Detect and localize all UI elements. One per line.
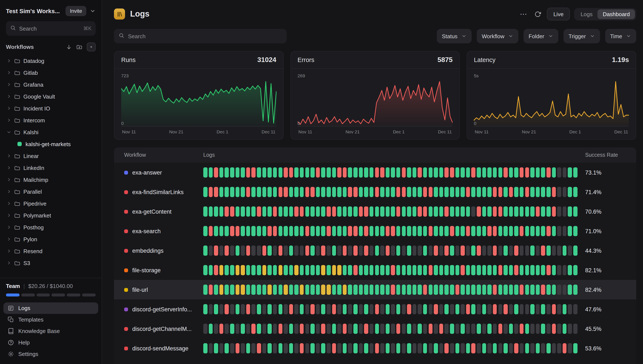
- log-cell[interactable]: [375, 187, 379, 197]
- log-cell[interactable]: [402, 167, 406, 178]
- log-cell[interactable]: [369, 246, 374, 256]
- log-cell[interactable]: [450, 265, 454, 275]
- log-cell[interactable]: [412, 324, 416, 334]
- log-cell[interactable]: [461, 206, 465, 216]
- log-cell[interactable]: [225, 246, 229, 256]
- log-cell[interactable]: [509, 324, 513, 334]
- log-cell[interactable]: [423, 343, 427, 354]
- log-cell[interactable]: [439, 206, 443, 216]
- log-cell[interactable]: [343, 324, 347, 334]
- log-cell[interactable]: [482, 226, 486, 236]
- table-row-exa-getcontent[interactable]: exa-getContent70.6%: [114, 202, 636, 221]
- sidebar-folder-mailchimp[interactable]: Mailchimp: [4, 174, 98, 186]
- log-cell[interactable]: [375, 167, 379, 178]
- log-cell[interactable]: [225, 265, 229, 275]
- log-cell[interactable]: [235, 343, 240, 354]
- log-cell[interactable]: [327, 324, 331, 334]
- log-cell[interactable]: [471, 265, 476, 275]
- log-cell[interactable]: [332, 343, 336, 354]
- log-cell[interactable]: [208, 265, 213, 275]
- log-cell[interactable]: [514, 284, 518, 295]
- log-cell[interactable]: [380, 187, 384, 197]
- log-cell[interactable]: [573, 226, 577, 236]
- log-cell[interactable]: [525, 206, 529, 216]
- log-cell[interactable]: [563, 265, 567, 275]
- log-cell[interactable]: [466, 343, 470, 354]
- log-cell[interactable]: [289, 187, 293, 197]
- log-cell[interactable]: [321, 304, 325, 314]
- log-cell[interactable]: [257, 324, 261, 334]
- log-cell[interactable]: [289, 284, 293, 295]
- log-cell[interactable]: [278, 265, 282, 275]
- log-cell[interactable]: [509, 187, 513, 197]
- log-cell[interactable]: [353, 284, 357, 295]
- log-cell[interactable]: [504, 206, 508, 216]
- log-cell[interactable]: [396, 343, 400, 354]
- log-cell[interactable]: [525, 343, 529, 354]
- log-cell[interactable]: [493, 265, 497, 275]
- log-cell[interactable]: [284, 265, 288, 275]
- log-cell[interactable]: [208, 284, 213, 295]
- log-cell[interactable]: [418, 343, 422, 354]
- log-cell[interactable]: [498, 265, 502, 275]
- log-cell[interactable]: [423, 167, 427, 178]
- log-cell[interactable]: [439, 187, 443, 197]
- log-cell[interactable]: [225, 187, 229, 197]
- log-cell[interactable]: [396, 284, 400, 295]
- log-cell[interactable]: [488, 167, 492, 178]
- log-cell[interactable]: [557, 304, 561, 314]
- log-cell[interactable]: [466, 187, 470, 197]
- log-cell[interactable]: [241, 226, 245, 236]
- log-cell[interactable]: [477, 324, 481, 334]
- log-cell[interactable]: [428, 226, 433, 236]
- log-cell[interactable]: [316, 265, 320, 275]
- log-cell[interactable]: [327, 265, 331, 275]
- log-cell[interactable]: [455, 265, 459, 275]
- log-cell[interactable]: [541, 304, 545, 314]
- log-cell[interactable]: [504, 226, 508, 236]
- log-cell[interactable]: [391, 246, 395, 256]
- log-cell[interactable]: [353, 324, 357, 334]
- log-cell[interactable]: [268, 226, 272, 236]
- log-cell[interactable]: [305, 265, 309, 275]
- log-cell[interactable]: [359, 206, 363, 216]
- log-cell[interactable]: [246, 226, 250, 236]
- log-cell[interactable]: [300, 206, 304, 216]
- log-cell[interactable]: [257, 246, 261, 256]
- log-cell[interactable]: [402, 246, 406, 256]
- log-cell[interactable]: [396, 246, 400, 256]
- log-cell[interactable]: [514, 265, 518, 275]
- log-cell[interactable]: [246, 343, 250, 354]
- log-cell[interactable]: [493, 226, 497, 236]
- log-cell[interactable]: [530, 206, 534, 216]
- log-cell[interactable]: [337, 284, 341, 295]
- log-cell[interactable]: [327, 206, 331, 216]
- log-cell[interactable]: [407, 265, 411, 275]
- sidebar-item-knowledge-base[interactable]: Knowledge Base: [4, 325, 98, 337]
- log-cell[interactable]: [348, 246, 352, 256]
- log-cell[interactable]: [375, 324, 379, 334]
- log-cell[interactable]: [343, 187, 347, 197]
- log-cell[interactable]: [455, 304, 459, 314]
- log-cell[interactable]: [348, 187, 352, 197]
- log-cell[interactable]: [278, 284, 282, 295]
- table-row-discord-getserverinfo[interactable]: discord-getServerInfo...47.6%: [114, 300, 636, 319]
- sidebar-search-input[interactable]: Search ⌘K: [6, 21, 96, 36]
- log-cell[interactable]: [568, 284, 572, 295]
- log-cell[interactable]: [418, 187, 422, 197]
- log-cell[interactable]: [273, 324, 277, 334]
- log-cell[interactable]: [488, 226, 492, 236]
- log-cell[interactable]: [396, 167, 400, 178]
- log-cell[interactable]: [230, 167, 234, 178]
- log-cell[interactable]: [525, 265, 529, 275]
- log-cell[interactable]: [343, 226, 347, 236]
- log-cell[interactable]: [316, 206, 320, 216]
- log-cell[interactable]: [337, 226, 341, 236]
- log-cell[interactable]: [369, 343, 374, 354]
- log-cell[interactable]: [418, 324, 422, 334]
- log-cell[interactable]: [343, 167, 347, 178]
- sidebar-item-logs[interactable]: Logs: [4, 302, 98, 314]
- log-cell[interactable]: [246, 304, 250, 314]
- log-cell[interactable]: [455, 226, 459, 236]
- log-cell[interactable]: [461, 226, 465, 236]
